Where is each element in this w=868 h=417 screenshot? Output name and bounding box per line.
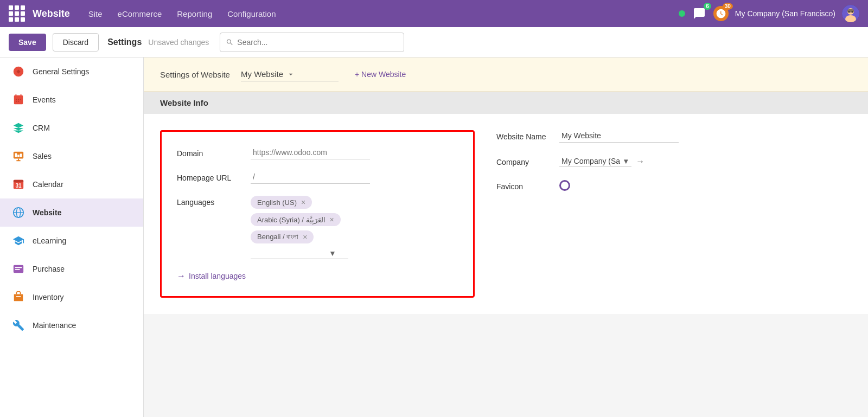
svg-point-5	[852, 11, 853, 13]
website-info-header: Website Info	[144, 92, 868, 114]
new-website-button[interactable]: + New Website	[355, 70, 406, 79]
svg-rect-8	[17, 155, 20, 157]
sidebar-item-calendar[interactable]: 31 Calendar	[0, 170, 143, 198]
sidebar-label-maintenance: Maintenance	[33, 321, 76, 330]
sidebar-label-elearning: eLearning	[33, 236, 66, 245]
lang-tag-arabic: Arabic (Syria) / العَرَبِيَّة ×	[251, 213, 341, 226]
sidebar-label-purchase: Purchase	[33, 265, 65, 273]
lang-tag-bengali: Bengali / বাংলা ×	[251, 230, 314, 243]
favicon-row: Favicon	[496, 180, 852, 193]
website-name-input[interactable]	[559, 130, 679, 143]
favicon-icon	[559, 180, 570, 191]
content-area: Settings of Website My Website + New Web…	[144, 57, 868, 417]
search-input[interactable]	[237, 38, 398, 47]
sidebar-item-events[interactable]: Events	[0, 86, 143, 114]
company-dropdown-arrow[interactable]: ▼	[622, 157, 629, 165]
calendar-icon: 31	[11, 177, 26, 192]
nav-site[interactable]: Site	[81, 0, 110, 27]
remove-bengali-button[interactable]: ×	[303, 233, 307, 241]
website-name-row: Website Name	[496, 130, 852, 143]
search-icon	[226, 38, 234, 47]
homepage-url-row: Homepage URL	[177, 171, 458, 184]
save-button[interactable]: Save	[9, 34, 46, 51]
company-label: Company	[496, 156, 551, 166]
website-info-form: Domain Homepage URL Langua	[160, 130, 475, 298]
clock-button[interactable]: 30	[713, 6, 729, 21]
settings-of-website-label: Settings of Website	[160, 70, 230, 79]
website-icon	[11, 205, 26, 220]
sidebar-item-purchase[interactable]: Purchase	[0, 255, 143, 283]
online-status-dot	[679, 10, 685, 17]
website-dropdown[interactable]: My Website	[241, 67, 339, 81]
lang-tag-arabic-label: Arabic (Syria) / العَرَبِيَّة	[257, 216, 326, 224]
remove-arabic-button[interactable]: ×	[330, 215, 334, 224]
sidebar-item-website[interactable]: Website	[0, 198, 143, 227]
sidebar-item-crm[interactable]: CRM	[0, 114, 143, 142]
svg-rect-9	[20, 153, 22, 157]
inventory-icon	[11, 290, 26, 305]
elearning-icon	[11, 233, 26, 248]
toolbar: Save Discard Settings Unsaved changes	[0, 27, 868, 57]
website-name-label: Website Name	[496, 130, 551, 141]
domain-label: Domain	[177, 147, 242, 158]
homepage-url-value[interactable]	[251, 171, 458, 184]
app-grid-icon[interactable]	[9, 5, 25, 22]
remove-english-button[interactable]: ×	[301, 198, 305, 207]
svg-rect-20	[16, 296, 21, 297]
chat-button[interactable]: 6	[692, 6, 707, 21]
clock-count: 30	[723, 3, 733, 10]
sidebar-label-crm: CRM	[33, 124, 50, 132]
form-area: Domain Homepage URL Langua	[144, 114, 868, 314]
add-language-dropdown[interactable]: ▼	[251, 248, 348, 259]
homepage-url-label: Homepage URL	[177, 171, 242, 182]
homepage-url-input[interactable]	[251, 171, 370, 184]
languages-row: Languages English (US) × Arabic (Syria) …	[177, 196, 458, 259]
sidebar-label-general-settings: General Settings	[33, 67, 89, 76]
discard-button[interactable]: Discard	[53, 33, 99, 52]
goto-company-button[interactable]: →	[636, 157, 644, 166]
domain-value[interactable]	[251, 147, 458, 159]
install-languages-link[interactable]: → Install languages	[177, 271, 458, 281]
install-arrow-icon: →	[177, 271, 186, 281]
sidebar-label-events: Events	[33, 95, 56, 104]
favicon-label: Favicon	[496, 180, 551, 191]
svg-rect-19	[14, 294, 23, 301]
company-dropdown[interactable]: My Company (Sa ▼	[559, 156, 631, 167]
sidebar-item-maintenance[interactable]: Maintenance	[0, 311, 143, 339]
nav-reporting[interactable]: Reporting	[169, 0, 220, 27]
svg-point-4	[848, 11, 850, 13]
sidebar-item-elearning[interactable]: eLearning	[0, 227, 143, 255]
lang-tag-english: English (US) ×	[251, 196, 312, 209]
chat-count: 6	[704, 3, 711, 10]
sidebar-item-sales[interactable]: Sales	[0, 142, 143, 170]
chevron-down-icon	[286, 70, 295, 79]
settings-banner: Settings of Website My Website + New Web…	[144, 57, 868, 92]
svg-rect-7	[15, 153, 17, 157]
add-language-input[interactable]	[253, 249, 329, 258]
company-name: My Company (San Francisco)	[735, 9, 835, 18]
top-nav-right: 6 30 My Company (San Francisco)	[679, 5, 859, 22]
svg-rect-17	[15, 267, 22, 268]
sidebar-label-inventory: Inventory	[33, 293, 64, 301]
sidebar-label-sales: Sales	[33, 152, 52, 161]
website-name-value[interactable]	[559, 130, 852, 143]
right-panel: Website Name Company My Company (Sa ▼	[496, 130, 852, 206]
company-value: My Company (Sa	[561, 157, 620, 165]
purchase-icon	[11, 261, 26, 277]
sidebar-label-website: Website	[33, 208, 61, 217]
avatar[interactable]	[842, 5, 859, 22]
top-nav-menu: Site eCommerce Reporting Configuration	[81, 0, 676, 27]
sidebar-item-inventory[interactable]: Inventory	[0, 283, 143, 311]
svg-rect-18	[15, 269, 20, 270]
main-layout: General Settings Events CRM Sales 31	[0, 57, 868, 417]
maintenance-icon	[11, 318, 26, 333]
sidebar-item-general-settings[interactable]: General Settings	[0, 57, 143, 86]
nav-configuration[interactable]: Configuration	[220, 0, 283, 27]
svg-text:31: 31	[16, 183, 22, 189]
general-settings-icon	[11, 64, 26, 79]
languages-value: English (US) × Arabic (Syria) / العَرَبِ…	[251, 196, 458, 259]
search-box[interactable]	[220, 33, 404, 52]
nav-ecommerce[interactable]: eCommerce	[110, 0, 170, 27]
form-two-col: Domain Homepage URL Langua	[160, 130, 852, 298]
domain-input[interactable]	[251, 147, 370, 159]
